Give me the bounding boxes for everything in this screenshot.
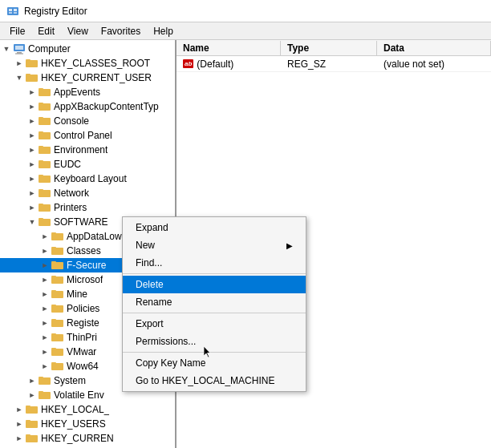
folder-icon-control_panel — [39, 130, 51, 141]
tree-node-hkey_local[interactable]: ► HKEY_LOCAL_ — [0, 402, 175, 417]
expand-btn-classes[interactable]: ► — [39, 244, 51, 257]
menu-favorites[interactable]: Favorites — [95, 24, 147, 38]
menu-help[interactable]: Help — [147, 24, 180, 38]
tree-node-environment[interactable]: ► Environment — [0, 143, 175, 157]
svg-rect-60 — [26, 420, 30, 422]
expand-btn-printers[interactable]: ► — [26, 201, 39, 214]
expand-btn-hkey_classes_root[interactable]: ► — [13, 57, 26, 70]
node-label-eudc: EUDC — [54, 159, 81, 170]
tree-node-appxbackup[interactable]: ► AppXBackupContentTyp — [0, 99, 175, 114]
expand-btn-appdatalow[interactable]: ► — [39, 230, 51, 243]
menu-file[interactable]: File — [3, 24, 31, 38]
ctx-label-expand: Expand — [136, 222, 168, 233]
expand-btn-vmwar[interactable]: ► — [39, 345, 51, 358]
tree-node-network[interactable]: ► Network — [0, 186, 175, 200]
tree-node-hkey_classes_root[interactable]: ► HKEY_CLASSES_ROOT — [0, 56, 175, 71]
expand-btn-appxbackup[interactable]: ► — [26, 100, 39, 113]
svg-rect-46 — [51, 319, 56, 321]
expand-btn-network[interactable]: ► — [26, 187, 39, 200]
menu-edit[interactable]: Edit — [31, 24, 61, 38]
expand-btn-wow64[interactable]: ► — [39, 360, 51, 373]
tree-node-appevents[interactable]: ► AppEvents — [0, 85, 175, 99]
svg-rect-57 — [26, 406, 38, 414]
folder-icon-microsoft — [51, 274, 64, 285]
expand-btn-environment[interactable]: ► — [26, 143, 39, 156]
tree-node-console[interactable]: ► Console — [0, 114, 175, 128]
ctx-item-permissions[interactable]: Permissions... — [123, 333, 306, 350]
detail-row-default[interactable]: ab (Default) REG_SZ (value not set) — [177, 56, 491, 72]
menu-view[interactable]: View — [61, 24, 95, 38]
expand-btn-system[interactable]: ► — [26, 374, 39, 387]
svg-rect-17 — [39, 118, 51, 125]
tree-node-hkey_users[interactable]: ► HKEY_USERS — [0, 417, 175, 431]
ctx-label-rename: Rename — [136, 297, 172, 308]
expand-btn-hkey_users[interactable]: ► — [13, 418, 26, 430]
svg-rect-43 — [51, 305, 63, 313]
expand-btn-computer: ▼ — [0, 42, 13, 55]
node-label-policies: Policies — [67, 303, 99, 314]
ctx-item-new[interactable]: New▶ — [123, 236, 306, 254]
folder-icon-environment — [39, 144, 51, 155]
node-label-system: System — [54, 375, 86, 386]
svg-rect-42 — [51, 290, 56, 292]
tree-node-printers[interactable]: ► Printers — [0, 200, 175, 215]
expand-btn-registe[interactable]: ► — [39, 317, 51, 329]
expand-btn-policies[interactable]: ► — [39, 302, 51, 315]
expand-btn-volatile_env[interactable]: ► — [26, 389, 39, 402]
folder-icon-appevents — [39, 87, 51, 98]
expand-btn-hkey_current_user[interactable]: ▼ — [13, 71, 26, 84]
svg-rect-52 — [51, 362, 56, 364]
ctx-item-export[interactable]: Export — [123, 315, 306, 333]
expand-btn-eudc[interactable]: ► — [26, 158, 39, 171]
folder-icon-vmwar — [51, 346, 64, 357]
ctx-item-expand[interactable]: Expand — [123, 219, 306, 236]
node-label-hkey_local: HKEY_LOCAL_ — [41, 404, 109, 415]
tree-node-hkey_curren[interactable]: ► HKEY_CURREN — [0, 431, 175, 446]
ctx-item-rename[interactable]: Rename — [123, 293, 306, 311]
expand-btn-control_panel[interactable]: ► — [26, 129, 39, 142]
ctx-separator-find — [123, 273, 306, 274]
expand-btn-mine[interactable]: ► — [39, 288, 51, 301]
tree-node-computer[interactable]: ▼ Computer — [0, 42, 175, 56]
tree-node-control_panel[interactable]: ► Control Panel — [0, 128, 175, 143]
expand-btn-hkey_local[interactable]: ► — [13, 403, 26, 416]
expand-btn-appevents[interactable]: ► — [26, 86, 39, 99]
ctx-arrow-new: ▶ — [286, 241, 293, 250]
ctx-item-find[interactable]: Find... — [123, 254, 306, 272]
tree-node-hkey_current_user[interactable]: ▼ HKEY_CURRENT_USER — [0, 71, 175, 85]
ctx-item-copy_key[interactable]: Copy Key Name — [123, 354, 306, 372]
svg-rect-56 — [39, 391, 43, 393]
svg-rect-19 — [39, 132, 51, 139]
col-name-header: Name — [177, 41, 281, 55]
expand-btn-keyboard_layout[interactable]: ► — [26, 172, 39, 185]
svg-rect-4 — [14, 12, 17, 14]
folder-icon-hkey_classes_root — [26, 58, 39, 69]
expand-btn-console[interactable]: ► — [26, 115, 39, 127]
svg-rect-50 — [51, 348, 56, 349]
svg-rect-35 — [51, 248, 63, 255]
expand-btn-fsecure[interactable]: ► — [39, 259, 51, 272]
expand-btn-hkey_curren[interactable]: ► — [13, 432, 26, 445]
svg-rect-41 — [51, 291, 63, 298]
menu-bar: File Edit View Favorites Help — [0, 22, 491, 40]
expand-btn-microsoft[interactable]: ► — [39, 273, 51, 286]
detail-name-value: (Default) — [197, 59, 233, 70]
svg-rect-58 — [26, 406, 30, 407]
expand-btn-software[interactable]: ▼ — [26, 216, 39, 228]
tree-node-keyboard_layout[interactable]: ► Keyboard Layout — [0, 172, 175, 186]
folder-icon-volatile_env — [39, 389, 51, 401]
ctx-label-new: New — [136, 240, 155, 251]
node-label-computer: Computer — [28, 43, 71, 54]
ctx-item-delete[interactable]: Delete — [123, 276, 306, 293]
node-label-thinpri: ThinPri — [67, 332, 97, 343]
svg-rect-29 — [39, 204, 51, 212]
ctx-label-permissions: Permissions... — [136, 336, 196, 347]
ctx-separator-rename — [123, 313, 306, 313]
svg-rect-15 — [39, 103, 51, 111]
expand-btn-thinpri[interactable]: ► — [39, 331, 51, 344]
node-label-classes: Classes — [67, 245, 101, 256]
ctx-separator-permissions — [123, 352, 306, 353]
svg-rect-12 — [26, 74, 30, 75]
ctx-item-goto[interactable]: Go to HKEY_LOCAL_MACHINE — [123, 372, 306, 389]
tree-node-eudc[interactable]: ► EUDC — [0, 157, 175, 172]
